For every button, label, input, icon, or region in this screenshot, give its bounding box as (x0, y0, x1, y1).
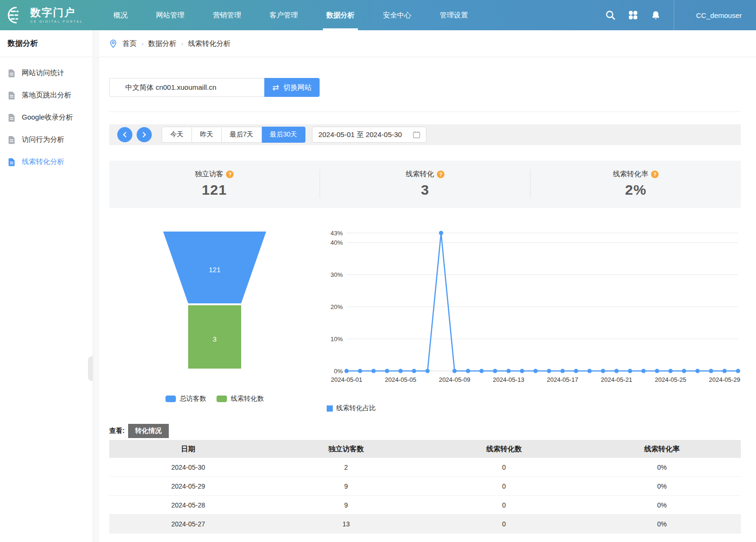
table-cell: 9 (267, 482, 425, 490)
nav-item-website-management[interactable]: 网站管理 (142, 0, 199, 30)
funnel-chart-area: 121 3 总访客数 线索转化数 (109, 227, 320, 413)
breadcrumb-separator: › (181, 40, 183, 47)
svg-text:2024-05-25: 2024-05-25 (655, 376, 686, 383)
navbar-right: CC_demouser (599, 0, 756, 30)
sidebar-item-label: 落地页跳出分析 (22, 91, 71, 100)
svg-text:2024-05-09: 2024-05-09 (439, 376, 470, 383)
swap-arrows-icon: ⇄ (272, 84, 279, 92)
stat-value: 3 (320, 182, 530, 198)
stat-label: 独立访客 (195, 170, 223, 179)
legend-total-visitors[interactable]: 总访客数 (165, 395, 206, 403)
table-header: 日期独立访客数线索转化数线索转化率 (109, 440, 741, 458)
sidebar-item-landing-page-bounce-analysis[interactable]: 落地页跳出分析 (0, 84, 93, 106)
brand-subtitle: CE DIGITAL PORTAL (30, 20, 83, 23)
table-row: 2024-05-271300% (109, 515, 741, 533)
stat-value: 2% (530, 182, 741, 198)
brand-title: 数字门户 (30, 7, 83, 18)
nav-item-overview[interactable]: 概况 (99, 0, 142, 30)
sidebar-item-lead-conversion-analysis[interactable]: 线索转化分析 (0, 151, 93, 173)
sidebar-collapse-handle[interactable] (88, 356, 93, 381)
table-row: 2024-05-29900% (109, 477, 741, 496)
table-cell: 2024-05-29 (109, 482, 267, 490)
table-column-header: 线索转化数 (425, 445, 583, 454)
nav-item-marketing-management[interactable]: 营销管理 (199, 0, 255, 30)
tab-conversion-status[interactable]: 转化情况 (128, 424, 169, 438)
prev-period-button[interactable] (117, 127, 132, 142)
conversion-table: 日期独立访客数线索转化数线索转化率 2024-05-30200%2024-05-… (109, 440, 741, 533)
funnel-stage-1-value: 121 (209, 266, 220, 274)
sidebar-item-label: 线索转化分析 (22, 157, 64, 166)
breadcrumb-data-analysis[interactable]: 数据分析 (148, 39, 176, 48)
site-selector-row: 中文简体 cn001.xuoumaill.cn ⇄ 切换网站 (109, 78, 741, 97)
user-menu[interactable]: CC_demouser (674, 0, 756, 30)
help-icon[interactable]: ? (226, 171, 234, 178)
top-navbar: 数字门户 CE DIGITAL PORTAL 概况网站管理营销管理客户管理数据分… (0, 0, 756, 30)
nav-item-data-analysis[interactable]: 数据分析 (312, 0, 369, 30)
range-button-last-30-days[interactable]: 最后30天 (262, 127, 306, 143)
line-chart: 43%40%30%20%10%0%2024-05-012024-05-05202… (320, 225, 741, 385)
brand[interactable]: 数字门户 CE DIGITAL PORTAL (0, 6, 95, 25)
legend-lead-conversions[interactable]: 线索转化数 (217, 395, 264, 403)
stat-value: 121 (109, 182, 320, 198)
sidebar-gutter (93, 30, 99, 542)
svg-text:2024-05-21: 2024-05-21 (601, 376, 633, 383)
charts-row: 121 3 总访客数 线索转化数 (109, 227, 741, 413)
table-column-header: 独立访客数 (267, 445, 425, 454)
main-panel: 首页›数据分析›线索转化分析 中文简体 cn001.xuoumaill.cn ⇄… (99, 30, 756, 542)
legend-swatch-green (217, 396, 227, 402)
section-divider (109, 112, 741, 112)
table-cell: 0% (583, 520, 741, 528)
date-range-input[interactable]: 2024-05-01 至 2024-05-30 (312, 127, 426, 143)
table-cell: 0% (583, 501, 741, 509)
view-label: 查看: (109, 427, 125, 435)
sidebar-item-label: 访问行为分析 (22, 135, 64, 144)
switch-site-button[interactable]: ⇄ 切换网站 (264, 78, 320, 97)
search-icon[interactable] (599, 0, 622, 30)
apps-grid-icon[interactable] (622, 0, 644, 30)
help-icon[interactable]: ? (437, 171, 444, 178)
stat-unique-visitors: 独立访客? 121 (109, 170, 320, 198)
table-cell: 2024-05-28 (109, 501, 267, 509)
sidebar: 数据分析 网站访问统计落地页跳出分析Google收录分析访问行为分析线索转化分析 (0, 30, 93, 542)
sidebar-item-visit-behavior-analysis[interactable]: 访问行为分析 (0, 129, 93, 151)
calendar-icon (413, 131, 420, 138)
legend-label: 线索转化数 (231, 395, 264, 403)
svg-text:30%: 30% (330, 271, 343, 278)
quick-range-group: 今天昨天最后7天最后30天 (162, 127, 305, 143)
nav-item-security-center[interactable]: 安全中心 (369, 0, 426, 30)
document-icon (8, 113, 16, 122)
nav-item-admin-settings[interactable]: 管理设置 (426, 0, 482, 30)
svg-text:0%: 0% (334, 368, 343, 375)
table-cell: 13 (267, 520, 425, 528)
help-icon[interactable]: ? (651, 171, 659, 178)
svg-text:2024-05-29: 2024-05-29 (709, 376, 740, 383)
table-column-header: 日期 (109, 445, 267, 454)
table-row: 2024-05-30200% (109, 458, 741, 477)
date-range-value: 2024-05-01 至 2024-05-30 (318, 130, 402, 139)
nav-item-customer-management[interactable]: 客户管理 (255, 0, 312, 30)
site-select-input[interactable]: 中文简体 cn001.xuoumaill.cn (109, 78, 264, 97)
main-nav: 概况网站管理营销管理客户管理数据分析安全中心管理设置 (99, 0, 482, 30)
bell-icon[interactable] (644, 0, 667, 30)
svg-text:40%: 40% (330, 239, 343, 246)
funnel-stage-2-value: 3 (213, 335, 217, 343)
legend-swatch-blue (165, 396, 176, 402)
line-chart-legend[interactable]: 线索转化占比 (327, 404, 741, 413)
table-row: 2024-05-28900% (109, 496, 741, 515)
sidebar-item-label: Google收录分析 (22, 113, 73, 122)
line-chart-area: 43%40%30%20%10%0%2024-05-012024-05-05202… (320, 227, 741, 413)
sidebar-item-google-index-analysis[interactable]: Google收录分析 (0, 106, 93, 129)
funnel-legend: 总访客数 线索转化数 (165, 395, 264, 403)
range-button-last-7-days[interactable]: 最后7天 (222, 127, 262, 143)
range-button-yesterday[interactable]: 昨天 (192, 127, 222, 143)
breadcrumb-home[interactable]: 首页 (122, 39, 137, 48)
next-period-button[interactable] (137, 127, 152, 142)
svg-text:2024-05-01: 2024-05-01 (331, 376, 363, 383)
stats-panel: 独立访客? 121 线索转化? 3 线索转化率? 2% (109, 161, 741, 208)
stat-label: 线索转化 (406, 170, 434, 179)
table-cell: 0 (425, 501, 583, 509)
sidebar-item-label: 网站访问统计 (22, 69, 64, 77)
range-button-today[interactable]: 今天 (162, 127, 192, 143)
sidebar-item-site-visit-stats[interactable]: 网站访问统计 (0, 62, 93, 84)
document-icon (8, 69, 16, 77)
